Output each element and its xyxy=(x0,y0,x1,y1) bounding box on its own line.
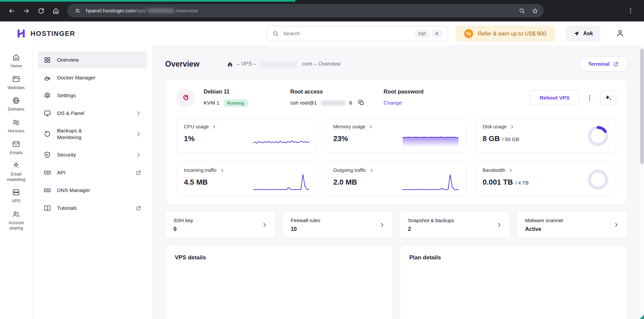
account-avatar-button[interactable] xyxy=(615,28,625,39)
url-path: /vps/ xyxy=(135,8,146,14)
reboot-vps-button[interactable]: Reboot VPS xyxy=(530,90,579,105)
server-os: Debian 11 xyxy=(204,88,290,95)
server-more-button[interactable] xyxy=(583,91,596,105)
browser-forward-button[interactable] xyxy=(19,3,34,18)
browser-back-button[interactable] xyxy=(4,3,19,18)
ai-assistant-button[interactable] xyxy=(600,90,616,105)
kebab-menu-icon xyxy=(627,7,634,14)
people-icon xyxy=(12,210,20,218)
quicklink-ssh-key[interactable]: SSH key0 xyxy=(165,211,276,238)
browser-reload-button[interactable] xyxy=(34,3,48,18)
body-row: Home Websites Domains Horizons Emails Em… xyxy=(0,46,644,319)
sidebar-item-os-panel[interactable]: OS & Panel xyxy=(38,105,147,122)
scrollbar-thumb[interactable] xyxy=(640,49,644,164)
tile-outgoing-traffic[interactable]: Outgoing traffic 2.0 MB xyxy=(326,162,467,196)
icon-rail: Home Websites Domains Horizons Emails Em… xyxy=(0,46,33,319)
vps-sidebar: Overview Docker Manager Settings OS & Pa… xyxy=(33,46,153,319)
monitor-icon xyxy=(44,110,51,117)
k-key-badge: K xyxy=(432,30,442,38)
tile-memory-usage[interactable]: Memory usage 23% xyxy=(326,118,467,153)
sidebar-item-docker-manager[interactable]: Docker Manager xyxy=(38,69,147,86)
sidebar-item-overview[interactable]: Overview xyxy=(38,52,147,68)
address-bar[interactable]: hpanel.hostinger.com/vps//overview xyxy=(67,4,544,17)
tile-incoming-traffic[interactable]: Incoming traffic 4.5 MB xyxy=(176,162,317,196)
rail-item-home[interactable]: Home xyxy=(0,50,32,72)
book-icon xyxy=(44,204,51,212)
rail-item-horizons[interactable]: Horizons xyxy=(0,115,32,137)
hostinger-logo[interactable]: HOSTINGER xyxy=(16,28,75,39)
globe-icon xyxy=(12,97,20,105)
terminal-button[interactable]: Terminal xyxy=(580,56,627,72)
chevron-right-icon xyxy=(212,125,216,129)
browser-menu-button[interactable] xyxy=(624,4,637,17)
debian-swirl-icon xyxy=(180,92,191,103)
rail-item-vps[interactable]: VPS xyxy=(0,185,32,207)
chevron-right-icon xyxy=(379,222,385,228)
screen: hpanel.hostinger.com/vps//overview HOSTI… xyxy=(0,0,644,319)
rail-item-websites[interactable]: Websites xyxy=(0,72,32,94)
sidebar-item-api[interactable]: API xyxy=(38,164,147,181)
refer-earn-label: Refer & earn up to US$ 900 xyxy=(478,30,546,37)
gear-icon xyxy=(44,92,51,99)
ask-assistant-button[interactable]: Ask xyxy=(566,26,600,41)
forward-arrow-icon xyxy=(23,7,30,14)
quicklink-malware-scanner[interactable]: Malware scannerActive xyxy=(517,211,627,238)
sparkle-icon xyxy=(12,162,20,170)
ssh-key-count: 0 xyxy=(174,226,193,232)
outgoing-traffic-chart xyxy=(402,172,459,191)
refer-earn-button[interactable]: % Refer & earn up to US$ 900 xyxy=(455,25,555,42)
quicklink-firewall-rules[interactable]: Firewall rules10 xyxy=(282,211,393,238)
outgoing-traffic-value: 2.0 MB xyxy=(333,178,357,187)
browser-chrome: hpanel.hostinger.com/vps//overview xyxy=(0,0,644,21)
memory-usage-chart xyxy=(402,129,459,147)
server-icon xyxy=(12,188,20,196)
home-icon xyxy=(52,7,59,14)
quicklink-snapshot-backups[interactable]: Snapshot & backups2 xyxy=(400,211,510,238)
tile-label-incoming: Incoming traffic xyxy=(184,168,224,173)
memory-usage-value: 23% xyxy=(333,134,348,143)
site-info-icon[interactable] xyxy=(72,6,83,15)
bandwidth-value: 0.001 TB xyxy=(483,178,513,187)
tile-bandwidth[interactable]: Bandwidth 0.001 TB/ 4 TB xyxy=(475,162,616,196)
refer-percent-icon: % xyxy=(464,29,473,38)
bookmark-star-icon[interactable] xyxy=(532,8,538,14)
browser-home-button[interactable] xyxy=(48,3,63,18)
url-domain: hpanel.hostinger.com xyxy=(86,8,135,14)
rail-item-domains[interactable]: Domains xyxy=(0,93,32,115)
root-access-column: Root access ssh root@18 xyxy=(290,88,384,107)
change-password-link[interactable]: Change xyxy=(384,100,402,106)
sidebar-item-security[interactable]: Security xyxy=(38,146,147,163)
sidebar-item-dns-manager[interactable]: DNS Manager xyxy=(38,182,147,199)
sidebar-item-backups-monitoring[interactable]: Backups & Monitoring xyxy=(38,123,147,145)
vps-details-card: VPS details xyxy=(165,245,393,319)
search-input[interactable]: Search Ctrl K xyxy=(267,26,448,41)
rail-item-account-sharing[interactable]: Account sharing xyxy=(0,207,32,234)
disk-usage-total: / 50 GB xyxy=(502,136,519,142)
bandwidth-total: / 4 TB xyxy=(515,180,529,186)
external-link-icon xyxy=(136,205,141,211)
zoom-icon[interactable] xyxy=(519,8,525,14)
copy-ssh-button[interactable] xyxy=(357,99,365,107)
details-row: VPS details Plan details xyxy=(165,245,627,319)
cpu-usage-chart xyxy=(253,129,310,147)
tile-cpu-usage[interactable]: CPU usage 1% xyxy=(176,118,317,153)
incoming-traffic-value: 4.5 MB xyxy=(184,178,208,187)
malware-scanner-status: Active xyxy=(525,226,563,232)
rail-item-emails[interactable]: Emails xyxy=(0,137,32,159)
redacted-hostname xyxy=(260,61,297,67)
terminal-label: Terminal xyxy=(588,61,609,67)
disk-usage-value: 8 GB xyxy=(483,134,500,143)
app-header: HOSTINGER Search Ctrl K % Refer & earn u… xyxy=(0,21,644,46)
tile-disk-usage[interactable]: Disk usage 8 GB/ 50 GB xyxy=(475,118,616,153)
reload-icon xyxy=(38,7,45,14)
home-icon[interactable] xyxy=(227,61,233,67)
browser-theme-strip xyxy=(0,0,295,2)
redacted-url-segment xyxy=(148,8,174,13)
sidebar-item-tutorials[interactable]: Tutorials xyxy=(38,200,147,216)
plan-details-title: Plan details xyxy=(409,254,618,261)
page-scrollbar[interactable] xyxy=(639,46,644,319)
rail-item-email-marketing[interactable]: Email marketing xyxy=(0,158,32,185)
back-arrow-icon xyxy=(8,7,15,14)
sidebar-item-settings[interactable]: Settings xyxy=(38,87,147,104)
debian-logo xyxy=(176,88,195,107)
